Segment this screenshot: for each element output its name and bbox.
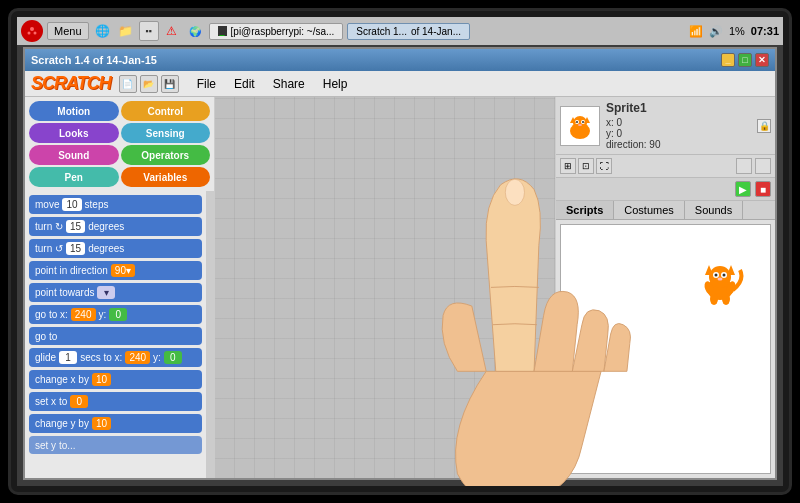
sprite-name: Sprite1 <box>606 101 660 115</box>
svg-point-14 <box>709 266 731 288</box>
sprite-details: Sprite1 x: 0 y: 0 direction: 90 <box>606 101 660 150</box>
blocks-panel: Motion Control Looks Sensing Sound Opera… <box>25 97 215 478</box>
scratch-toolbar-icons: 📄 📂 💾 <box>119 75 179 93</box>
svg-point-3 <box>34 32 37 35</box>
network-icon: 📶 <box>689 25 703 38</box>
svg-point-18 <box>723 274 726 277</box>
block-go-to[interactable]: go to <box>29 327 202 345</box>
block-point-direction[interactable]: point in direction 90▾ <box>29 261 202 280</box>
minimize-button[interactable]: _ <box>721 53 735 67</box>
right-panel: Sprite1 x: 0 y: 0 direction: 90 🔒 ⊞ <box>555 97 775 478</box>
block-go-to-xy[interactable]: go to x: 240 y: 0 <box>29 305 202 324</box>
svg-point-9 <box>582 121 584 123</box>
terminal-icon[interactable]: ▪▪ <box>139 21 159 41</box>
category-sound[interactable]: Sound <box>29 145 119 165</box>
sprite-lock-icon: 🔒 <box>757 119 771 133</box>
stage-controls: ⊞ ⊡ ⛶ <box>556 155 775 178</box>
category-sensing[interactable]: Sensing <box>121 123 211 143</box>
svg-point-8 <box>576 121 578 123</box>
sprite-thumbnail <box>560 106 600 146</box>
taskbar: Menu 🌐 📁 ▪▪ ⚠ 🌍 _ [pi@raspberrypi: ~/sa.… <box>17 17 783 45</box>
volume-icon: 🔊 <box>709 25 723 38</box>
terminal-window-button[interactable]: _ [pi@raspberrypi: ~/sa... <box>209 23 344 40</box>
block-partial[interactable]: set y to... <box>29 436 202 454</box>
stage-cat-sprite <box>695 255 745 305</box>
scratch-logo: SCRATCH <box>31 73 111 94</box>
category-buttons: Motion Control Looks Sensing Sound Opera… <box>25 97 214 191</box>
stage-view-2-icon[interactable] <box>755 158 771 174</box>
sprite-y: y: 0 <box>606 128 660 139</box>
blocks-scrollbar[interactable] <box>206 191 214 478</box>
monitor-bezel: Menu 🌐 📁 ▪▪ ⚠ 🌍 _ [pi@raspberrypi: ~/sa.… <box>8 8 792 495</box>
window-controls: _ □ ✕ <box>721 53 769 67</box>
tab-scripts[interactable]: Scripts <box>556 201 614 219</box>
scripts-area[interactable] <box>215 97 555 478</box>
menu-edit[interactable]: Edit <box>226 75 263 93</box>
zoom-actual-icon[interactable]: ⊡ <box>578 158 594 174</box>
scratch-titlebar: Scratch 1.4 of 14-Jan-15 _ □ ✕ <box>25 49 775 71</box>
save-file-icon[interactable]: 💾 <box>161 75 179 93</box>
block-turn-ccw[interactable]: turn ↺ 15 degrees <box>29 239 202 258</box>
menu-help[interactable]: Help <box>315 75 356 93</box>
block-change-y[interactable]: change y by 10 <box>29 414 202 433</box>
stop-button[interactable]: ■ <box>755 181 771 197</box>
menu-share[interactable]: Share <box>265 75 313 93</box>
clock: 07:31 <box>751 25 779 37</box>
menu-file[interactable]: File <box>189 75 224 93</box>
blocks-list: move 10 steps turn ↻ 15 degrees <box>25 191 206 478</box>
block-change-x[interactable]: change x by 10 <box>29 370 202 389</box>
folder-icon[interactable]: 📁 <box>116 21 136 41</box>
svg-point-17 <box>715 274 718 277</box>
green-flag-button[interactable]: ▶ <box>735 181 751 197</box>
tab-sounds[interactable]: Sounds <box>685 201 743 219</box>
category-pen[interactable]: Pen <box>29 167 119 187</box>
maximize-button[interactable]: □ <box>738 53 752 67</box>
globe-icon[interactable]: 🌍 <box>185 21 205 41</box>
sprite-direction: direction: 90 <box>606 139 660 150</box>
taskbar-quick-launch: 🌐 📁 ▪▪ ⚠ 🌍 <box>93 21 205 41</box>
battery-level: 1% <box>729 25 745 37</box>
category-looks[interactable]: Looks <box>29 123 119 143</box>
raspberry-logo[interactable] <box>21 20 43 42</box>
category-operators[interactable]: Operators <box>121 145 211 165</box>
svg-point-1 <box>30 27 34 31</box>
svg-point-19 <box>718 278 723 281</box>
scratch-menubar: SCRATCH 📄 📂 💾 File Edit Share Help <box>25 71 775 97</box>
open-file-icon[interactable]: 📂 <box>140 75 158 93</box>
tab-costumes[interactable]: Costumes <box>614 201 685 219</box>
close-button[interactable]: ✕ <box>755 53 769 67</box>
svg-point-25 <box>722 293 730 305</box>
block-glide[interactable]: glide 1 secs to x: 240 y: 0 <box>29 348 202 367</box>
scratch-window: Scratch 1.4 of 14-Jan-15 _ □ ✕ SCRATCH 📄… <box>23 47 777 480</box>
category-variables[interactable]: Variables <box>121 167 211 187</box>
waveshare-watermark: WAVESHARE <box>645 450 765 468</box>
block-turn-cw[interactable]: turn ↻ 15 degrees <box>29 217 202 236</box>
svg-point-2 <box>28 32 31 35</box>
svg-point-10 <box>578 124 582 126</box>
category-control[interactable]: Control <box>121 101 211 121</box>
stage-area <box>560 224 771 474</box>
block-point-towards[interactable]: point towards ▾ <box>29 283 202 302</box>
new-file-icon[interactable]: 📄 <box>119 75 137 93</box>
sprite-x: x: 0 <box>606 117 660 128</box>
scratch-title: Scratch 1.4 of 14-Jan-15 <box>31 54 157 66</box>
screen: Menu 🌐 📁 ▪▪ ⚠ 🌍 _ [pi@raspberrypi: ~/sa.… <box>17 17 783 486</box>
scratch-body: Motion Control Looks Sensing Sound Opera… <box>25 97 775 478</box>
zoom-fit-icon[interactable]: ⊞ <box>560 158 576 174</box>
block-move-steps[interactable]: move 10 steps <box>29 195 202 214</box>
block-set-x[interactable]: set x to 0 <box>29 392 202 411</box>
stage-view-1-icon[interactable] <box>736 158 752 174</box>
sprite-tabs: Scripts Costumes Sounds <box>556 201 775 220</box>
scratch-window-button[interactable]: Scratch 1... of 14-Jan... <box>347 23 470 40</box>
warning-icon[interactable]: ⚠ <box>162 21 182 41</box>
svg-point-24 <box>710 293 718 305</box>
category-motion[interactable]: Motion <box>29 101 119 121</box>
browser-icon[interactable]: 🌐 <box>93 21 113 41</box>
taskbar-menu-button[interactable]: Menu <box>47 22 89 40</box>
fullscreen-icon[interactable]: ⛶ <box>596 158 612 174</box>
sprite-info: Sprite1 x: 0 y: 0 direction: 90 🔒 <box>556 97 775 155</box>
taskbar-right: 📶 🔊 1% 07:31 <box>689 25 779 38</box>
